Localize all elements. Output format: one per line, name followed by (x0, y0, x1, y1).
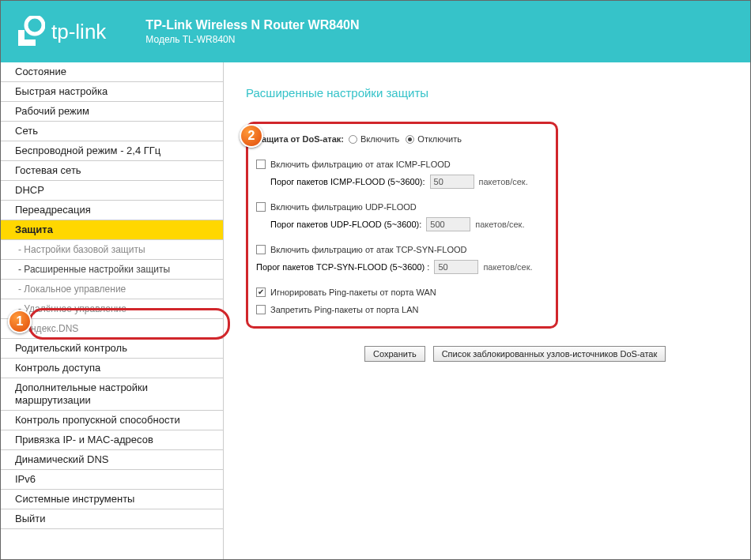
udp-threshold-label: Порог пакетов UDP-FLOOD (5~3600): (270, 220, 421, 229)
udp-unit: пакетов/сек. (475, 220, 524, 229)
dos-protection-label: Защита от DoS-атак: (256, 132, 344, 146)
header-bar: tp-link TP-Link Wireless N Router WR840N… (1, 1, 750, 62)
annotation-badge-1: 1 (8, 310, 32, 333)
sidebar-item-quick-setup[interactable]: Быстрая настройка (1, 82, 223, 102)
dos-disable-label: Отключить (417, 132, 462, 146)
svg-point-0 (26, 17, 43, 34)
product-title: TP-Link Wireless N Router WR840N (145, 17, 359, 34)
product-model: Модель TL-WR840N (145, 34, 359, 47)
dos-disable-radio[interactable] (406, 135, 414, 144)
svg-rect-2 (18, 39, 36, 46)
sidebar-item-system-tools[interactable]: Системные инструменты (1, 490, 223, 509)
sidebar-sub-remote-management[interactable]: - Удалённое управление (1, 299, 223, 319)
forbid-lan-ping-label: Запретить Ping-пакеты от порта LAN (270, 303, 418, 317)
icmp-flood-checkbox[interactable] (256, 160, 266, 169)
sidebar-item-status[interactable]: Состояние (1, 62, 223, 82)
dos-enable-label: Включить (360, 132, 399, 146)
sidebar-item-guest-network[interactable]: Гостевая сеть (1, 161, 223, 181)
sidebar-item-parental-control[interactable]: Родительский контроль (1, 339, 223, 359)
sidebar-item-dynamic-dns[interactable]: Динамический DNS (1, 450, 223, 470)
save-button[interactable]: Сохранить (364, 346, 425, 362)
brand-logo: tp-link (17, 16, 106, 47)
sidebar-item-operation-mode[interactable]: Рабочий режим (1, 102, 223, 122)
sidebar-item-bandwidth-control[interactable]: Контроль пропускной способности (1, 411, 223, 430)
sidebar-item-forwarding[interactable]: Переадресация (1, 201, 223, 220)
udp-flood-label: Включить фильтрацию UDP-FLOOD (270, 200, 417, 214)
tcp-flood-checkbox[interactable] (256, 245, 266, 254)
sidebar-sub-yandex-dns[interactable]: - Яндекс.DNS (1, 319, 223, 339)
annotation-badge-2: 2 (240, 124, 263, 148)
settings-panel: Защита от DoS-атак: Включить Отключить В… (246, 122, 558, 329)
forbid-lan-ping-checkbox[interactable] (256, 305, 266, 314)
header-text: TP-Link Wireless N Router WR840N Модель … (145, 17, 359, 46)
dos-enable-radio[interactable] (349, 135, 357, 144)
sidebar-item-security[interactable]: Защита (1, 220, 223, 240)
sidebar-item-advanced-routing[interactable]: Дополнительные настройки маршрутизации (1, 378, 223, 411)
udp-flood-checkbox[interactable] (256, 202, 266, 212)
sidebar-item-access-control[interactable]: Контроль доступа (1, 359, 223, 378)
icmp-threshold-input[interactable] (430, 175, 474, 189)
icmp-flood-label: Включить фильтрацию от атак ICMP-FLOOD (270, 157, 451, 171)
sidebar-item-logout[interactable]: Выйти (1, 509, 223, 529)
tcp-unit: пакетов/сек. (483, 262, 532, 272)
sidebar-item-ipv6[interactable]: IPv6 (1, 470, 223, 490)
ignore-wan-ping-checkbox[interactable] (256, 288, 266, 297)
page-title: Расширенные настройки защиты (246, 86, 736, 100)
ignore-wan-ping-label: Игнорировать Ping-пакеты от порта WAN (270, 285, 436, 299)
brand-name: tp-link (51, 20, 106, 44)
content-area: Расширенные настройки защиты Защита от D… (224, 62, 750, 560)
tplink-logo-icon (17, 16, 45, 47)
icmp-threshold-label: Порог пакетов ICMP-FLOOD (5~3600): (270, 177, 425, 186)
tcp-threshold-input[interactable] (434, 260, 478, 274)
sidebar-item-dhcp[interactable]: DHCP (1, 181, 223, 201)
sidebar-sub-basic-security[interactable]: - Настройки базовой защиты (1, 240, 223, 260)
sidebar-sub-local-management[interactable]: - Локальное управление (1, 280, 223, 299)
tcp-flood-label: Включить фильтрацию от атак TCP-SYN-FLOO… (270, 242, 467, 257)
icmp-unit: пакетов/сек. (479, 177, 528, 186)
tcp-threshold-label: Порог пакетов TCP-SYN-FLOOD (5~3600) : (256, 262, 429, 272)
sidebar-item-ip-mac-binding[interactable]: Привязка IP- и MAC-адресов (1, 430, 223, 450)
sidebar-item-wireless-24[interactable]: Беспроводной режим - 2,4 ГГц (1, 141, 223, 161)
blocked-hosts-button[interactable]: Список заблокированных узлов-источников … (433, 346, 666, 362)
sidebar-sub-advanced-security[interactable]: - Расширенные настройки защиты (1, 260, 223, 280)
udp-threshold-input[interactable] (426, 217, 470, 231)
sidebar-item-network[interactable]: Сеть (1, 122, 223, 141)
dos-protection-row: Защита от DoS-атак: Включить Отключить (256, 132, 548, 146)
sidebar-nav: Состояние Быстрая настройка Рабочий режи… (1, 62, 224, 560)
